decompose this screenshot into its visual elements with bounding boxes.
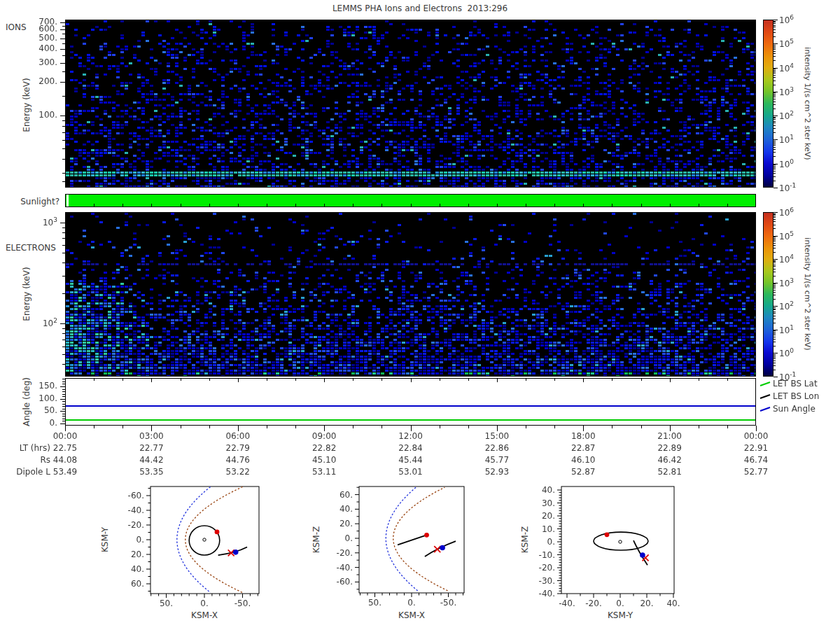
colorbar-2-minor-tick [774, 262, 776, 263]
colorbar-1-minor-tick [774, 85, 776, 85]
angle-top-tick [382, 379, 382, 381]
sunbar-tick [353, 204, 354, 206]
electron-ytick [60, 323, 65, 324]
electron-ytick-minor [62, 340, 65, 340]
time-axis-tick [209, 426, 210, 428]
hour-label: 21:00 [657, 431, 682, 441]
ion-ytick-label: 100. [14, 110, 57, 120]
sunbar-tick [699, 204, 699, 206]
ion-ytick-minor [62, 140, 65, 141]
angle-top-tick [411, 379, 412, 382]
colorbar-2-minor-tick [774, 309, 776, 309]
colorbar-1-minor-tick [774, 21, 776, 22]
electron-ytick-minor [62, 227, 65, 228]
orbit2-xtick-label: -50. [440, 598, 456, 608]
colorbar-1-minor-tick [774, 92, 776, 93]
ion-ytick-minor [62, 126, 65, 127]
ephemeris-value: 22.82 [312, 443, 336, 453]
colorbar-2-major-tick [774, 377, 778, 377]
colorbar-2-minor-tick [774, 309, 776, 310]
sunbar-tick [324, 204, 325, 206]
angle-ytick-minor [62, 379, 65, 379]
orbit1-xtick-label: 0. [200, 598, 208, 608]
colorbar-1-minor-tick [774, 23, 776, 24]
colorbar-1-minor-tick [774, 48, 776, 48]
time-axis-tick [181, 426, 181, 428]
orbit1-xtick-label: 50. [160, 598, 173, 608]
angle-ytick-minor [62, 382, 65, 382]
ion-ytick-minor [62, 173, 65, 174]
colorbar-2-minor-tick [774, 332, 776, 332]
hour-label: 00:00 [744, 431, 769, 441]
time-axis-tick [468, 426, 469, 428]
sunbar-tick [295, 204, 296, 206]
ephemeris-value: 52.81 [657, 467, 681, 477]
colorbar-1-minor-tick [774, 69, 776, 69]
colorbar-1-tick-label: 100 [779, 158, 794, 169]
angle-top-tick [94, 379, 94, 381]
colorbar-1-minor-tick [774, 102, 776, 102]
colorbar-1-minor-tick [774, 75, 776, 76]
colorbar-2-minor-tick [774, 337, 776, 337]
hour-label: 09:00 [312, 431, 337, 441]
colorbar-1-minor-tick [774, 45, 776, 46]
colorbar-2-minor-tick [774, 252, 776, 253]
angle-ytick [60, 386, 65, 387]
ephemeris-row-label: Dipole L [0, 467, 50, 477]
colorbar-2-minor-tick [774, 243, 776, 244]
angle-top-tick [526, 379, 526, 381]
orbit1-position-dot-marker [233, 550, 239, 555]
colorbar-2-minor-tick [774, 265, 776, 265]
orbit2-ytick-label: -20. [337, 548, 353, 558]
ephemeris-value: 53.22 [226, 467, 250, 477]
angle-ytick-minor [62, 389, 65, 390]
angle-top-tick [267, 379, 267, 381]
colorbar-1-minor-tick [774, 97, 776, 97]
colorbar-1-minor-tick [774, 121, 776, 122]
ephemeris-value: 53.11 [312, 467, 336, 477]
orbit3-ytick-label: -40. [539, 589, 555, 598]
orbit1-ytick-label: 20. [131, 550, 144, 559]
ephemeris-value: 44.76 [226, 455, 250, 465]
angle-ytick-label: 100. [14, 393, 57, 403]
colorbar-1-minor-tick [774, 51, 776, 52]
colorbar-2-minor-tick [774, 290, 776, 290]
colorbar-2-minor-tick [774, 237, 776, 237]
orbit3-xtick-label: -20. [585, 598, 601, 608]
colorbar-1-minor-tick [774, 71, 776, 72]
colorbar-1-minor-tick [774, 117, 776, 118]
angle-top-tick [122, 379, 123, 381]
colorbar-2-minor-tick [774, 266, 776, 267]
colorbar-1-minor-tick [774, 166, 776, 167]
colorbar-2-minor-tick [774, 285, 776, 286]
colorbar-1-tick-label: 102 [779, 110, 794, 121]
angle-ytick-minor [62, 391, 65, 392]
orbit3-ytick-label: 30. [542, 498, 555, 508]
sunbar-tick [727, 204, 728, 206]
legend-line-icon [760, 393, 771, 400]
time-axis-tick [267, 426, 267, 428]
colorbar-1-minor-tick [774, 49, 776, 50]
angle-top-tick [353, 379, 354, 381]
time-axis-tick [238, 426, 239, 431]
hour-label: 15:00 [485, 431, 510, 441]
colorbar-2-tick-label: 100 [779, 347, 794, 358]
ion-ytick-label: 500. [14, 33, 57, 43]
ion-ytick-minor [62, 43, 65, 44]
electron-ytick-minor [62, 293, 65, 294]
sunbar-tick [151, 204, 152, 206]
orbit3-ytick-label: 10. [542, 524, 555, 534]
colorbar-1-tick-label: 10-1 [779, 182, 796, 193]
orbit1-ytick-label: 40. [131, 564, 144, 574]
colorbar-1-minor-tick [774, 169, 776, 169]
orbit-plots-svg: 50.0.-50.-60.-40.-20.0.20.40.60.50.0.-50… [0, 0, 840, 630]
time-axis-tick [353, 426, 354, 428]
orbit1-ytick-label: -20. [128, 520, 144, 530]
time-axis-tick [699, 426, 699, 428]
angle-ytick-minor [62, 419, 65, 419]
colorbar-2-minor-tick [774, 330, 776, 331]
angle-top-tick [699, 379, 699, 381]
time-axis-tick [411, 426, 412, 431]
colorbar-2-minor-tick [774, 269, 776, 270]
orbit2-moon-marker [424, 533, 429, 538]
